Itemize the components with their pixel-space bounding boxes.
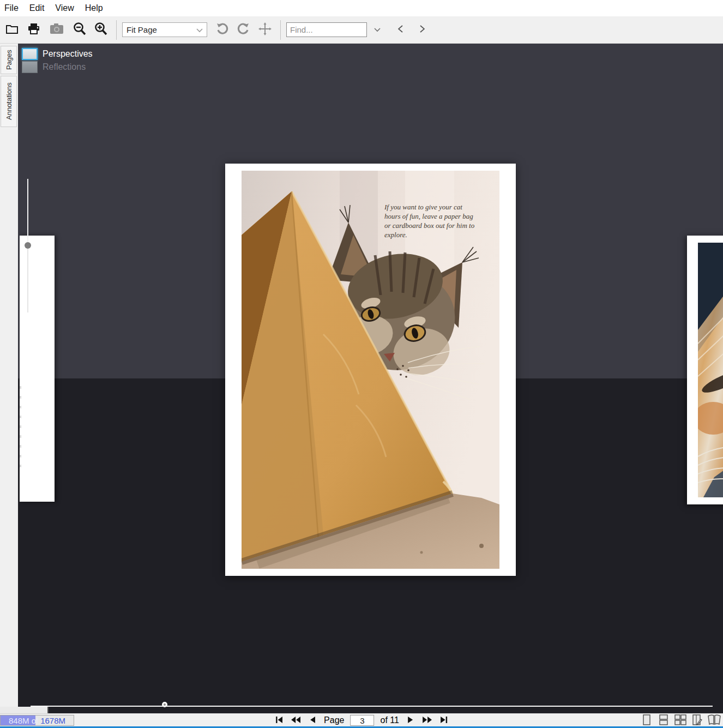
next-page[interactable]	[687, 236, 723, 504]
rotate-ccw-button[interactable]	[213, 20, 232, 40]
rotate-cw-icon	[237, 23, 250, 37]
zoom-level-select[interactable]: Fit Page	[122, 22, 207, 37]
scroll-corner	[0, 707, 49, 713]
print-button[interactable]	[24, 20, 44, 40]
current-page[interactable]: If you want to give your cat hours of fu…	[225, 164, 516, 576]
tab-pages[interactable]: Pages	[1, 46, 17, 74]
tab-pages-label: Pages	[5, 50, 13, 70]
camera-icon	[50, 23, 64, 36]
next-page-button[interactable]	[405, 715, 416, 726]
menu-bar: File Edit View Help	[0, 0, 723, 16]
rotate-cw-button[interactable]	[233, 20, 253, 40]
toolbar: Fit Page	[0, 16, 723, 44]
toolbar-separator	[116, 20, 117, 40]
find-input[interactable]	[286, 22, 367, 37]
document-item-reflections[interactable]: Reflections	[22, 61, 93, 74]
first-page-button[interactable]	[273, 715, 284, 726]
find-previous-button[interactable]	[393, 20, 407, 40]
two-page-icon	[674, 714, 686, 727]
double-previous-icon	[291, 717, 300, 725]
chevron-down-icon	[196, 25, 203, 34]
page-count-label: of 11	[380, 715, 399, 725]
scrolling-view-button[interactable]	[657, 714, 670, 726]
document-thumbnail-icon	[22, 48, 38, 60]
zoom-in-button[interactable]	[91, 20, 111, 40]
cat-closeup-photo	[698, 243, 723, 497]
document-thumbnail-icon	[22, 61, 38, 73]
previous-page-icon	[310, 717, 315, 725]
zoom-out-icon	[73, 22, 87, 38]
find-next-button[interactable]	[415, 20, 429, 40]
folder-icon	[5, 23, 19, 36]
menu-help[interactable]: Help	[80, 1, 109, 15]
open-button[interactable]	[2, 20, 22, 40]
forward-pages-button[interactable]	[422, 715, 433, 726]
document-viewer-window: File Edit View Help	[0, 0, 723, 728]
page-text-fragment	[20, 386, 21, 468]
horizontal-slider-track[interactable]	[31, 706, 713, 707]
menu-file[interactable]: File	[0, 1, 24, 15]
previous-page[interactable]	[20, 236, 55, 502]
rotate-ccw-icon	[216, 23, 229, 37]
photo-caption: If you want to give your cat hours of fu…	[384, 202, 478, 240]
sidebar-tab-strip: Pages Annotations	[0, 44, 18, 713]
page-label: Page	[324, 715, 344, 725]
pan-tool-button[interactable]	[255, 20, 275, 40]
last-page-button[interactable]	[439, 715, 450, 726]
view-mode-buttons	[640, 714, 721, 726]
chevron-down-icon	[374, 26, 381, 34]
toolbar-separator	[280, 20, 281, 40]
vertical-slider-thumb[interactable]	[25, 242, 31, 249]
document-item-perspectives[interactable]: Perspectives	[22, 47, 93, 61]
scrolling-pages-icon	[658, 714, 669, 727]
annotations-view-button[interactable]	[691, 714, 704, 726]
memory-used-label: 848M of	[9, 716, 38, 725]
first-page-icon	[275, 717, 282, 725]
tab-annotations-label: Annotations	[5, 83, 13, 121]
menu-edit[interactable]: Edit	[24, 1, 50, 15]
rewind-pages-button[interactable]	[290, 715, 301, 726]
document-label: Perspectives	[43, 49, 93, 59]
single-page-view-button[interactable]	[640, 714, 653, 726]
single-page-icon	[641, 714, 652, 727]
document-label: Reflections	[43, 62, 86, 72]
snapshot-button[interactable]	[47, 20, 67, 40]
last-page-icon	[441, 717, 448, 725]
angle-left-icon	[398, 25, 403, 34]
annotation-pen-icon	[692, 714, 703, 727]
pan-icon	[258, 22, 272, 37]
angle-right-icon	[420, 25, 425, 34]
menu-view[interactable]: View	[50, 1, 79, 15]
memory-total-label: 1678M	[40, 716, 65, 725]
book-view-button[interactable]	[708, 714, 721, 726]
document-canvas: Perspectives Reflections	[18, 44, 723, 713]
vertical-slider-track[interactable]	[27, 246, 28, 312]
find-options-button[interactable]	[370, 20, 384, 40]
document-list: Perspectives Reflections	[22, 47, 93, 74]
zoom-in-icon	[94, 22, 108, 38]
printer-icon	[27, 23, 40, 37]
book-icon	[708, 714, 721, 727]
double-next-icon	[423, 717, 432, 725]
page-navigation: Page of 11	[273, 714, 450, 727]
vertical-slider-track[interactable]	[27, 179, 28, 246]
tab-annotations[interactable]: Annotations	[1, 76, 17, 127]
two-page-view-button[interactable]	[674, 714, 687, 726]
zoom-level-value: Fit Page	[126, 25, 196, 34]
cat-in-paper-bag-photo: If you want to give your cat hours of fu…	[242, 171, 499, 569]
zoom-out-button[interactable]	[70, 20, 89, 40]
previous-page-button[interactable]	[307, 715, 318, 726]
horizontal-slider-thumb[interactable]	[162, 702, 167, 707]
page-number-input[interactable]	[350, 715, 374, 726]
memory-usage-gauge: 848M of 1678M	[0, 715, 74, 726]
status-bar: 848M of 1678M Page of 11	[0, 713, 723, 726]
next-page-icon	[408, 717, 413, 725]
